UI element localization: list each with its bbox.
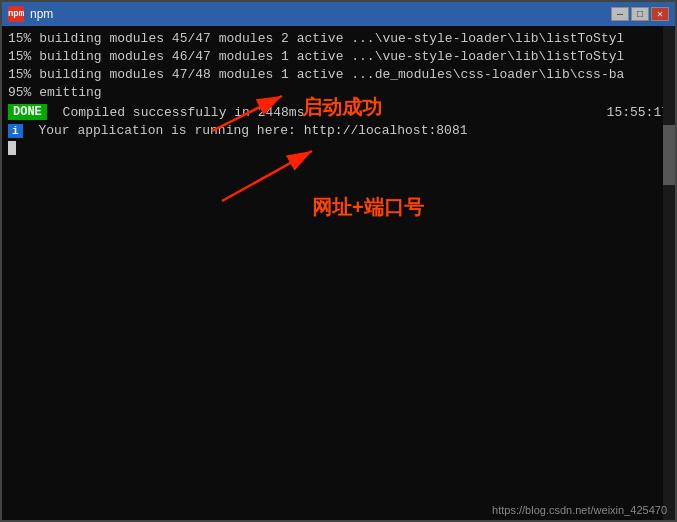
app-line: i Your application is running here: http…: [8, 123, 669, 138]
scrollbar-thumb[interactable]: [663, 125, 675, 185]
done-message: Compiled successfully in 2448ms: [55, 105, 305, 120]
window-controls[interactable]: — □ ✕: [611, 7, 669, 21]
window-title: npm: [30, 7, 53, 21]
build-line-3: 15% building modules 47/48 modules 1 act…: [8, 66, 669, 84]
build-line-4: 95% emitting: [8, 84, 669, 102]
terminal-content: 15% building modules 45/47 modules 2 act…: [8, 30, 669, 516]
maximize-button[interactable]: □: [631, 7, 649, 21]
done-line: DONE Compiled successfully in 2448ms 15:…: [8, 104, 669, 120]
title-bar-left: npm npm: [8, 6, 53, 22]
terminal-window: npm npm — □ ✕ 15% building modules 45/47…: [0, 0, 677, 522]
minimize-button[interactable]: —: [611, 7, 629, 21]
title-bar: npm npm — □ ✕: [2, 2, 675, 26]
npm-icon: npm: [8, 6, 24, 22]
terminal-body: 15% building modules 45/47 modules 2 act…: [2, 26, 675, 520]
scrollbar[interactable]: [663, 26, 675, 520]
done-time: 15:55:17: [607, 105, 669, 120]
build-line-1: 15% building modules 45/47 modules 2 act…: [8, 30, 669, 48]
terminal-cursor: [8, 141, 16, 155]
app-message: Your application is running here: http:/…: [31, 123, 468, 138]
watermark: https://blog.csdn.net/weixin_425470: [492, 504, 667, 516]
app-badge: i: [8, 124, 23, 138]
build-line-2: 15% building modules 46/47 modules 1 act…: [8, 48, 669, 66]
close-button[interactable]: ✕: [651, 7, 669, 21]
done-badge: DONE: [8, 104, 47, 120]
cursor-line: [8, 141, 669, 155]
